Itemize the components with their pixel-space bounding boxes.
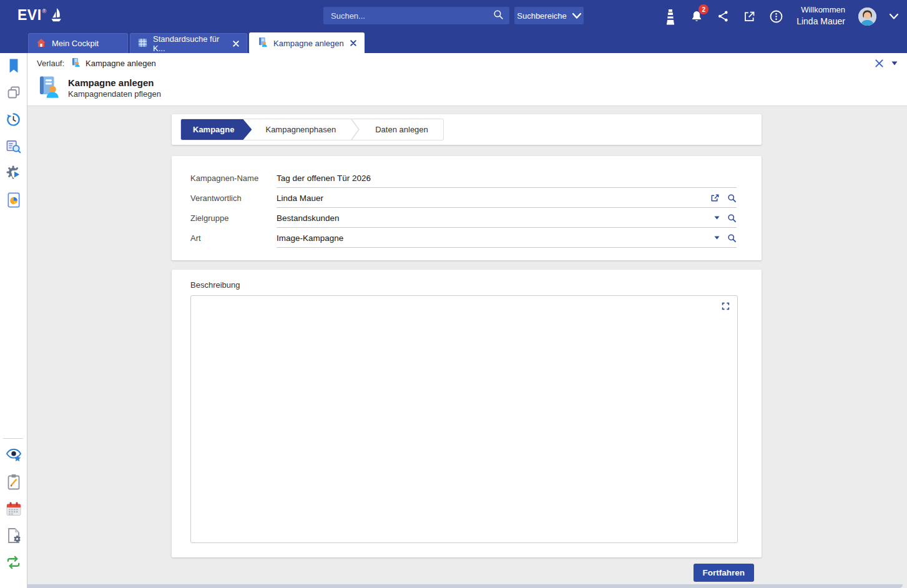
form-row-art: Art [190,228,737,248]
page-title: Kampagne anlegen [68,77,161,89]
description-box [190,295,738,543]
window-copy-icon[interactable] [6,84,22,100]
history-item[interactable]: Kampagne anlegen [71,57,156,69]
sidebar-divider [3,438,23,439]
global-search [323,7,509,24]
chevron-down-icon [572,13,581,19]
horizontal-scrollbar[interactable] [27,584,903,588]
search-icon[interactable] [493,9,504,22]
wizard-step-kampagnenphasen[interactable]: Kampagnenphasen [247,119,351,140]
campaign-form-card: Kampagnen-Name Verantwortlich [172,156,762,260]
field-label: Verantwortlich [190,189,277,208]
app-window: EVI ® Suchbereiche [0,0,907,588]
campaign-book-person-icon [36,74,60,102]
search-scopes-button[interactable]: Suchbereiche [514,7,584,24]
search-input[interactable] [323,11,493,21]
notifications-bell-icon[interactable]: 2 [690,9,704,24]
dropdown-icon[interactable] [714,236,720,240]
top-bar: EVI ® Suchbereiche [0,0,907,32]
lighthouse-icon[interactable] [664,8,677,25]
zielgruppe-input[interactable] [277,213,707,223]
search-icon[interactable] [727,233,737,243]
document-gear-icon[interactable] [6,527,22,544]
close-tab-icon[interactable] [350,40,356,46]
notification-badge: 2 [699,4,708,14]
sync-arrows-icon[interactable] [6,554,22,571]
field-label: Zielgruppe [190,208,277,228]
history-item-label: Kampagne anlegen [86,59,156,68]
evi-logo: EVI ® [17,7,64,28]
sailboat-icon [48,7,64,28]
history-label: Verlauf: [37,59,64,68]
profile-menu-chevron-icon[interactable] [890,14,898,19]
campaign-book-person-icon [257,37,268,49]
history-bar: Verlauf: Kampagne anlegen [27,53,907,74]
tab-bar: Mein Cockpit Standardsuche für K... Kamp… [0,32,907,53]
form-row-verantwortlich: Verantwortlich [190,189,737,208]
verantwortlich-input[interactable] [277,194,703,203]
open-in-new-window-icon[interactable] [743,10,756,23]
logo-registered-mark: ® [42,8,47,14]
clear-history-icon[interactable] [875,59,884,68]
user-avatar[interactable] [858,7,876,26]
history-dropdown-icon[interactable] [891,61,898,66]
form-row-zielgruppe: Zielgruppe [190,208,737,228]
step-separator-chevron-icon [351,119,360,140]
tab-label: Kampagne anlegen [273,39,344,48]
bookmark-icon[interactable] [6,57,22,74]
tab-label: Mein Cockpit [52,39,99,48]
step-label: Daten anlegen [375,125,428,134]
table-grid-icon [138,38,147,49]
campaign-book-person-icon [71,57,81,69]
watchlist-eye-star-icon[interactable] [6,447,22,463]
tab-kampagne-anlegen[interactable]: Kampagne anlegen [249,32,365,53]
tab-mein-cockpit[interactable]: Mein Cockpit [28,33,128,53]
page-subtitle: Kampagnendaten pflegen [68,89,161,99]
description-card: Beschreibung [172,270,762,557]
home-icon [36,38,46,49]
report-pie-doc-icon[interactable] [6,192,22,208]
form-row-kampagnen-name: Kampagnen-Name [190,169,737,188]
step-label: Kampagnenphasen [265,125,336,134]
wizard-step-daten-anlegen[interactable]: Daten anlegen [360,119,443,140]
field-label: Art [190,228,277,248]
logo-text: EVI [17,7,42,24]
welcome-text: Willkommen Linda Mauer [797,5,845,27]
share-icon[interactable] [717,9,730,23]
kampagnen-name-input[interactable] [277,174,737,183]
continue-button[interactable]: Fortfahren [694,564,755,582]
wizard-card: Kampagne Kampagnenphasen Daten anlegen [172,114,762,145]
clipboard-edit-icon[interactable] [6,474,22,490]
dropdown-icon[interactable] [714,216,720,220]
tab-standardsuche[interactable]: Standardsuche für K... [130,33,247,53]
open-record-icon[interactable] [710,194,720,203]
search-scopes-label: Suchbereiche [517,11,567,21]
description-textarea[interactable] [191,296,737,542]
tab-label: Standardsuche für K... [153,34,227,53]
field-label: Kampagnen-Name [190,169,277,188]
more-info-icon[interactable] [769,9,783,24]
history-clock-icon[interactable] [6,111,22,127]
search-list-icon[interactable] [6,138,22,154]
welcome-line1: Willkommen [797,5,845,16]
description-label: Beschreibung [190,280,738,290]
step-label: Kampagne [193,125,234,134]
search-icon[interactable] [727,213,737,223]
footer-actions: Fortfahren [172,564,762,582]
page-header: Kampagne anlegen Kampagnendaten pflegen [27,74,907,106]
wizard-steps: Kampagne Kampagnenphasen Daten anlegen [180,119,444,140]
main-area: Verlauf: Kampagne anlegen Ka [27,53,907,588]
art-input[interactable] [277,233,707,243]
calendar-icon[interactable] [6,501,22,517]
wizard-step-kampagne[interactable]: Kampagne [181,119,252,140]
close-tab-icon[interactable] [233,41,239,47]
sidebar [0,53,27,588]
process-gear-play-icon[interactable] [6,165,22,181]
welcome-line2: Linda Mauer [797,16,845,27]
expand-fullscreen-icon[interactable] [721,301,730,311]
search-icon[interactable] [727,194,737,203]
